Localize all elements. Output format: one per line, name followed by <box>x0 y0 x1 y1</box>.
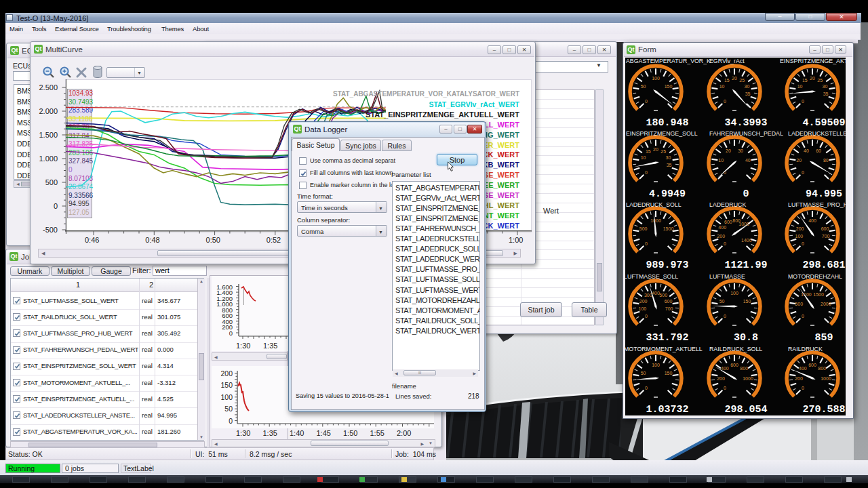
svg-text:50: 50 <box>641 84 646 89</box>
svg-text:10: 10 <box>641 155 646 160</box>
svg-text:35: 35 <box>667 163 672 167</box>
svg-text:0: 0 <box>645 386 648 390</box>
svg-text:500: 500 <box>639 226 648 231</box>
svg-text:25: 25 <box>739 78 745 83</box>
svg-text:35: 35 <box>745 92 751 96</box>
svg-text:150: 150 <box>743 299 751 304</box>
svg-text:400: 400 <box>718 225 726 230</box>
svg-text:200: 200 <box>795 376 803 381</box>
svg-text:200: 200 <box>639 299 648 304</box>
svg-text:500: 500 <box>795 302 803 306</box>
svg-text:200: 200 <box>717 376 725 381</box>
svg-text:600: 600 <box>724 220 732 224</box>
svg-text:40: 40 <box>804 148 809 153</box>
svg-text:200: 200 <box>796 226 804 231</box>
svg-text:20: 20 <box>732 76 737 81</box>
svg-text:0: 0 <box>802 314 804 319</box>
svg-text:400: 400 <box>721 366 729 371</box>
svg-text:800: 800 <box>818 366 826 371</box>
svg-text:25: 25 <box>817 78 823 83</box>
svg-text:20: 20 <box>796 158 802 163</box>
svg-text:100: 100 <box>795 234 804 239</box>
svg-text:600: 600 <box>665 299 673 304</box>
svg-text:20: 20 <box>810 76 815 81</box>
svg-text:0: 0 <box>724 241 726 246</box>
svg-text:0: 0 <box>724 99 726 104</box>
svg-text:0: 0 <box>724 314 726 319</box>
svg-text:500: 500 <box>659 293 667 298</box>
svg-text:10: 10 <box>718 158 724 163</box>
svg-text:20: 20 <box>653 147 658 152</box>
svg-text:400: 400 <box>652 291 660 296</box>
svg-text:150: 150 <box>665 371 673 375</box>
svg-text:0: 0 <box>724 386 726 390</box>
svg-text:40: 40 <box>745 158 751 163</box>
svg-text:300: 300 <box>644 293 652 298</box>
svg-text:50: 50 <box>719 299 725 304</box>
svg-text:150: 150 <box>665 84 673 89</box>
svg-text:1400: 1400 <box>741 238 752 243</box>
svg-text:0: 0 <box>645 314 648 319</box>
svg-text:1500: 1500 <box>813 292 824 297</box>
svg-text:400: 400 <box>799 366 807 371</box>
svg-text:0: 0 <box>645 241 648 246</box>
svg-text:100: 100 <box>639 306 647 311</box>
svg-text:0: 0 <box>645 99 648 104</box>
svg-text:600: 600 <box>821 226 829 231</box>
svg-text:30: 30 <box>823 84 828 89</box>
svg-text:1500: 1500 <box>663 226 674 231</box>
svg-text:1000: 1000 <box>821 376 831 381</box>
svg-text:35: 35 <box>823 92 829 96</box>
svg-text:700: 700 <box>665 306 673 311</box>
svg-text:100: 100 <box>730 291 738 296</box>
svg-text:15: 15 <box>724 78 730 83</box>
svg-text:600: 600 <box>808 363 816 367</box>
svg-text:30: 30 <box>666 155 671 160</box>
svg-text:1000: 1000 <box>650 218 661 223</box>
svg-text:600: 600 <box>730 363 738 367</box>
svg-text:20: 20 <box>726 148 731 153</box>
svg-text:800: 800 <box>740 366 748 371</box>
svg-text:30: 30 <box>745 84 750 89</box>
svg-text:50: 50 <box>641 371 646 375</box>
svg-text:80: 80 <box>823 158 829 163</box>
svg-text:200: 200 <box>717 234 725 239</box>
svg-text:10: 10 <box>797 84 803 89</box>
svg-text:0: 0 <box>802 241 804 246</box>
svg-text:30: 30 <box>738 148 743 153</box>
svg-text:10: 10 <box>719 84 725 89</box>
svg-text:0: 0 <box>802 99 804 104</box>
svg-text:0: 0 <box>645 170 648 175</box>
svg-text:100: 100 <box>652 363 660 367</box>
svg-text:1000: 1000 <box>743 376 753 381</box>
svg-text:400: 400 <box>808 218 816 223</box>
svg-text:700: 700 <box>822 234 830 239</box>
svg-text:60: 60 <box>816 148 821 153</box>
svg-text:15: 15 <box>646 149 651 154</box>
svg-text:0: 0 <box>802 386 804 390</box>
svg-text:100: 100 <box>652 76 660 81</box>
svg-text:15: 15 <box>802 78 808 83</box>
svg-text:2000: 2000 <box>821 302 831 306</box>
svg-text:0: 0 <box>802 170 804 175</box>
svg-text:25: 25 <box>660 149 666 154</box>
